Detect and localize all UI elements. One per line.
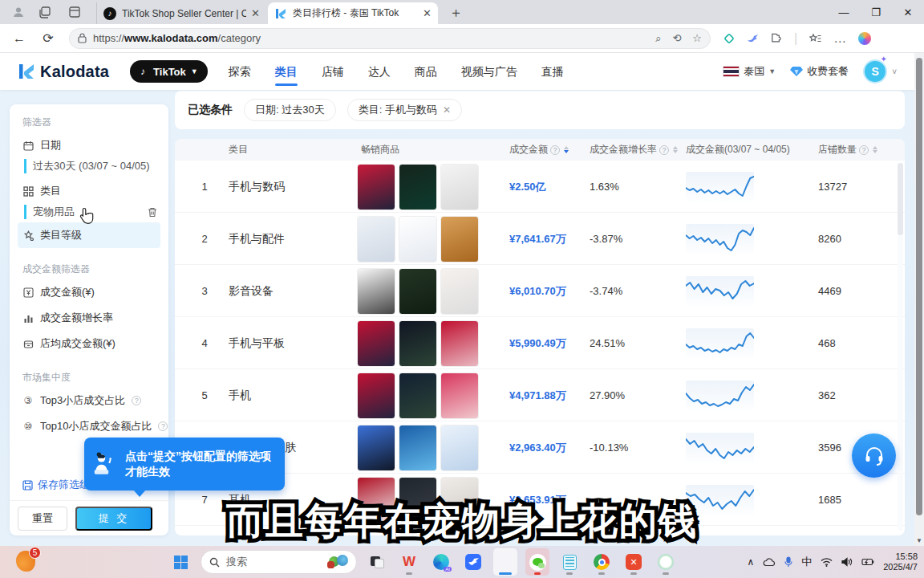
- filter-date[interactable]: 日期: [10, 132, 168, 158]
- nav-item[interactable]: 视频与广告: [461, 55, 517, 88]
- extension-bird-icon[interactable]: [747, 33, 759, 44]
- start-button[interactable]: [168, 548, 192, 576]
- volume-icon[interactable]: [841, 557, 853, 567]
- category-cell[interactable]: 手机: [229, 369, 353, 421]
- edge-icon[interactable]: [493, 548, 517, 576]
- product-thumbnail[interactable]: [399, 320, 437, 367]
- onedrive-icon[interactable]: [763, 558, 776, 567]
- extension-generic-icon[interactable]: [771, 33, 782, 44]
- wechat-icon[interactable]: [525, 548, 549, 576]
- filter-top10[interactable]: ⑩ Top10小店成交金额占比 ?: [10, 413, 168, 439]
- filter-category-value[interactable]: 宠物用品: [24, 205, 168, 219]
- filter-store-avg[interactable]: 店均成交金额(¥): [10, 331, 168, 356]
- product-thumbnails[interactable]: [357, 371, 479, 420]
- col-stores[interactable]: 店铺数量?: [818, 139, 877, 161]
- chrome-icon[interactable]: [590, 548, 614, 576]
- address-bar[interactable]: https://www.kalodata.com/category ⌕ ⟲ ☆: [69, 28, 711, 49]
- workspaces-icon[interactable]: [37, 5, 51, 19]
- favorite-star-icon[interactable]: ☆: [692, 32, 702, 45]
- pinduoduo-icon[interactable]: ✕: [622, 548, 646, 576]
- filter-category-level[interactable]: 类目等级: [18, 222, 160, 248]
- table-row[interactable]: 3影音设备¥6,010.70万-3.74%4469: [175, 265, 905, 317]
- product-thumbnail[interactable]: [440, 268, 479, 315]
- edge-ai-icon[interactable]: AI: [429, 548, 453, 576]
- filter-top3[interactable]: ③ Top3小店成交占比 ?: [10, 388, 168, 413]
- tab-close-icon[interactable]: ✕: [423, 7, 432, 19]
- product-thumbnail[interactable]: [357, 425, 395, 471]
- product-thumbnail[interactable]: [357, 164, 395, 210]
- filter-gmv-growth[interactable]: 成交金额增长率: [10, 305, 168, 331]
- table-row[interactable]: 5手机¥4,971.88万27.90%362: [175, 369, 905, 421]
- product-thumbnails[interactable]: [357, 423, 479, 472]
- microphone-icon[interactable]: [784, 556, 792, 568]
- pricing-link[interactable]: 收费套餐: [790, 64, 849, 79]
- table-row[interactable]: 4手机与平板¥5,990.49万24.51%468: [175, 317, 905, 369]
- product-thumbnail[interactable]: [440, 425, 479, 471]
- favorites-bar-icon[interactable]: [809, 33, 821, 44]
- product-thumbnails[interactable]: [357, 267, 479, 315]
- help-icon[interactable]: ?: [158, 421, 168, 431]
- category-cell[interactable]: 手机与数码: [229, 161, 353, 213]
- taskbar-search[interactable]: 搜索: [201, 550, 357, 574]
- product-thumbnail[interactable]: [399, 372, 437, 419]
- close-button[interactable]: ✕: [892, 0, 924, 24]
- customer-service-button[interactable]: [852, 434, 896, 478]
- condition-chip[interactable]: 类目: 手机与数码✕: [347, 99, 462, 121]
- col-growth[interactable]: 成交金额增长率?: [590, 139, 678, 161]
- restore-button[interactable]: ❐: [860, 0, 892, 24]
- table-row[interactable]: 1手机与数码¥2.50亿1.63%13727: [175, 161, 905, 213]
- tab-actions-icon[interactable]: [67, 5, 82, 19]
- tray-expand-icon[interactable]: ∧: [747, 556, 754, 568]
- clock[interactable]: 15:58 2025/4/7: [883, 552, 918, 572]
- nav-item[interactable]: 探索: [229, 55, 251, 88]
- category-cell[interactable]: 手机与配件: [229, 213, 353, 265]
- doubao-icon[interactable]: [654, 548, 678, 576]
- category-cell[interactable]: 手机与平板: [229, 317, 353, 369]
- notification-app-icon[interactable]: 5: [16, 551, 35, 572]
- lark-icon[interactable]: [461, 548, 485, 576]
- page-scrollbar[interactable]: ▼: [914, 53, 924, 546]
- product-thumbnails[interactable]: [357, 214, 479, 263]
- battery-icon[interactable]: [861, 558, 874, 566]
- back-button[interactable]: ←: [10, 31, 29, 46]
- task-view-icon[interactable]: [365, 548, 389, 576]
- reader-icon[interactable]: ⟲: [672, 32, 681, 45]
- search-highlight-icon[interactable]: [327, 553, 351, 571]
- product-thumbnail[interactable]: [399, 164, 437, 210]
- condition-chip[interactable]: 日期: 过去30天: [244, 99, 336, 121]
- product-thumbnail[interactable]: [440, 164, 479, 210]
- new-tab-button[interactable]: ＋: [449, 3, 463, 22]
- nav-item[interactable]: 店铺: [322, 55, 344, 88]
- category-cell[interactable]: 影音设备: [229, 265, 353, 317]
- trash-icon[interactable]: [148, 207, 157, 218]
- product-thumbnails[interactable]: [357, 319, 479, 368]
- browser-tab-kalodata[interactable]: 类目排行榜 - 泰国 TikTok ✕: [268, 2, 438, 24]
- table-scrollbar[interactable]: [898, 163, 903, 531]
- product-thumbnail[interactable]: [440, 372, 479, 419]
- product-thumbnail[interactable]: [399, 268, 437, 315]
- wifi-icon[interactable]: [821, 558, 833, 567]
- extension-diamond-icon[interactable]: [723, 33, 735, 44]
- product-thumbnail[interactable]: [399, 425, 437, 471]
- filter-date-value[interactable]: 过去30天 (03/07 ~ 04/05): [24, 159, 168, 173]
- browser-tab-tiktok[interactable]: ♪ TikTok Shop Seller Center | Cross ✕: [96, 2, 266, 24]
- region-selector[interactable]: 泰国 ▼: [723, 64, 776, 79]
- product-thumbnail[interactable]: [440, 216, 479, 263]
- chip-close-icon[interactable]: ✕: [443, 104, 451, 116]
- minimize-button[interactable]: —: [828, 0, 860, 24]
- nav-item[interactable]: 类目: [275, 55, 298, 88]
- scrollbar-thumb[interactable]: [916, 58, 922, 515]
- refresh-button[interactable]: ⟳: [38, 31, 58, 46]
- table-row[interactable]: 2手机与配件¥7,641.67万-3.87%8260: [175, 213, 905, 265]
- tab-close-icon[interactable]: ✕: [251, 7, 260, 19]
- profile-icon[interactable]: [11, 5, 26, 19]
- col-gmv[interactable]: 成交金额?: [509, 139, 569, 161]
- help-icon[interactable]: ?: [132, 396, 141, 405]
- product-thumbnail[interactable]: [357, 268, 395, 315]
- platform-selector[interactable]: ♪ TikTok ▼: [130, 60, 208, 83]
- product-thumbnail[interactable]: [357, 372, 395, 419]
- nav-item[interactable]: 商品: [415, 55, 437, 88]
- more-menu-icon[interactable]: …: [833, 31, 846, 46]
- notepad-icon[interactable]: [557, 548, 582, 576]
- product-thumbnail[interactable]: [357, 216, 395, 263]
